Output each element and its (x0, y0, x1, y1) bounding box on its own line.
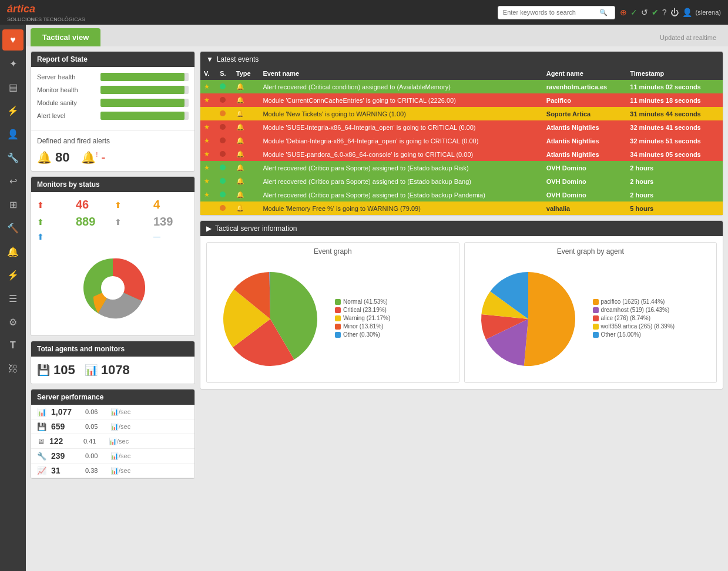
cell-s (216, 174, 233, 188)
topbar-right: 🔍 ⊕ ✓ ↺ ✔ ? ⏻ 👤 (slerena) (498, 6, 721, 19)
legend-label: Warning (21.17%) (343, 315, 390, 321)
perf-rate-0: 0.06 (85, 408, 106, 415)
cell-type: 🔔 (233, 161, 260, 174)
sidebar-item-users[interactable]: 👤 (2, 123, 24, 145)
legend-label: pacifico (1625) (51.44%) (601, 298, 665, 305)
perf-rate-4: 0.38 (85, 467, 106, 474)
perf-icon-2: 🖥 (37, 437, 45, 446)
cell-v: ★ (200, 188, 216, 201)
legend-color (335, 315, 341, 321)
server-health-label: Server health (37, 73, 96, 80)
cell-agent: Atlantis Nightlies (543, 147, 627, 161)
cell-event: Module 'SUSE-pandora_6.0-x86_64-console'… (259, 147, 542, 161)
perf-icon-4: 📈 (37, 466, 46, 475)
cell-time: 5 hours (626, 201, 723, 215)
cell-type: 🔔 (233, 147, 260, 161)
cell-v: ★ (200, 120, 216, 134)
module-sanity-bar-bg (100, 99, 189, 107)
perf-row-1: 💾 659 0.05 📊/sec (31, 419, 194, 434)
left-panel: Report of State Server health Monitor he… (31, 51, 195, 566)
legend-color (335, 332, 341, 338)
topbar: ártica SOLUCIONES TECNOLÓGICAS 🔍 ⊕ ✓ ↺ ✔… (0, 0, 728, 25)
sidebar-item-reports[interactable]: ▤ (2, 76, 24, 98)
server-health-bar-bg (100, 73, 189, 81)
perf-row-0: 📊 1,077 0.06 📊/sec (31, 405, 194, 419)
search-input[interactable] (503, 9, 597, 16)
alert-level-bar-bg (100, 112, 189, 120)
tactical-server-header[interactable]: ▶ Tactical server information (200, 221, 723, 236)
perf-rate-3: 0.00 (85, 452, 106, 459)
sidebar-item-text[interactable]: T (2, 335, 24, 356)
legend-label: dreamhost (519) (16.43%) (601, 307, 670, 313)
sidebar-item-alerts[interactable]: ⚡ (2, 100, 24, 121)
power-icon[interactable]: ⏻ (670, 8, 679, 17)
col-agent: Agent name (543, 67, 627, 80)
sidebar-item-tactical[interactable]: ✦ (2, 53, 24, 74)
cell-s (216, 161, 233, 174)
refresh-icon[interactable]: ↺ (641, 8, 648, 17)
module-sanity-label: Module sanity (37, 99, 96, 106)
monitor-health-label: Monitor health (37, 86, 96, 93)
user-icon[interactable]: 👤 (682, 8, 692, 17)
search-icon: 🔍 (599, 9, 608, 16)
legend-label: Other (0.30%) (343, 331, 380, 338)
cell-event: Module 'Debian-Integria-x86_64-Integria_… (259, 134, 542, 147)
legend-color (593, 332, 599, 338)
performance-card: Server performance 📊 1,077 0.06 📊/sec 💾 … (31, 389, 195, 479)
sidebar-item-bell[interactable]: 🔔 (2, 241, 24, 262)
sidebar-item-list[interactable]: ☰ (2, 288, 24, 309)
graphs-row: Event graph Normal (41.53%)Critical (23.… (200, 236, 723, 389)
cell-agent: OVH Domino (543, 174, 627, 188)
perf-num-0: 1,077 (51, 407, 80, 417)
col-type: Type (233, 67, 260, 80)
cell-type: 🔔 (233, 174, 260, 188)
sidebar: ♥ ✦ ▤ ⚡ 👤 🔧 ↩ ⊞ 🔨 🔔 ⚡ ☰ ⚙ T ⛓ (0, 25, 26, 571)
sidebar-item-link[interactable]: ⛓ (2, 358, 24, 379)
totals-row: 💾 105 📊 1078 (31, 357, 194, 384)
col-event: Event name (259, 67, 542, 80)
check-icon[interactable]: ✓ (630, 8, 638, 17)
monitor-stat-minor-icon: ⬆ (115, 200, 150, 210)
monitors-header: Monitors by status (31, 177, 194, 192)
other-icon: ⬆ (37, 232, 44, 241)
content: Tactical view Updated at realtime Report… (26, 25, 728, 571)
alerts-section: Defined and fired alerts 🔔 80 🔔! - (31, 130, 194, 171)
legend-label: Minor (13.81%) (343, 323, 383, 330)
sidebar-item-wrench[interactable]: 🔨 (2, 217, 24, 239)
sidebar-item-health[interactable]: ♥ (2, 29, 24, 51)
cell-event: Alert recovered (Crítico para Soporte) a… (259, 161, 542, 174)
cell-time: 34 minutes 05 seconds (626, 147, 723, 161)
event-pie-svg (212, 260, 329, 378)
tab-tactical[interactable]: Tactical view (31, 28, 100, 46)
alerts-title: Defined and fired alerts (37, 137, 189, 145)
ok-icon[interactable]: ✔ (652, 8, 659, 17)
bell-defined-icon: 🔔 (37, 150, 52, 164)
totals-card: Total agents and monitors 💾 105 📊 1078 (31, 341, 195, 384)
monitors-count: 1078 (101, 362, 130, 378)
help-icon[interactable]: ⊕ (620, 8, 627, 17)
sidebar-item-screen[interactable]: ⊞ (2, 194, 24, 215)
perf-rate-1: 0.05 (85, 423, 106, 430)
perf-icon-0: 📊 (37, 408, 46, 417)
perf-unit-icon-1: 📊/sec (110, 423, 130, 431)
monitor-unknown-count: 139 (153, 215, 189, 229)
event-legend: Normal (41.53%)Critical (23.19%)Warning … (335, 298, 390, 340)
latest-events-title: Latest events (217, 55, 259, 63)
search-box[interactable]: 🔍 (498, 6, 615, 19)
sidebar-item-gear[interactable]: ⚙ (2, 311, 24, 332)
table-row: ★ 🔔 Module 'CurrentConnCacheEntries' is … (200, 93, 723, 107)
agents-icon: 💾 (37, 364, 50, 377)
perf-unit-icon-3: 📊/sec (110, 452, 130, 460)
svg-point-1 (101, 276, 125, 300)
sidebar-item-tools[interactable]: 🔧 (2, 147, 24, 168)
monitor-stat-critical-icon: ⬆ (37, 200, 72, 210)
latest-events-header[interactable]: ▼ Latest events (200, 52, 723, 67)
sidebar-item-undo[interactable]: ↩ (2, 170, 24, 192)
alert-fired: 🔔! - (81, 150, 105, 165)
question-icon[interactable]: ? (662, 8, 667, 17)
cell-v: ★ (200, 93, 216, 107)
sidebar-item-flash[interactable]: ⚡ (2, 264, 24, 286)
monitor-other-bar: — (153, 233, 189, 241)
cell-v: ★ (200, 147, 216, 161)
col-v: V. (200, 67, 216, 80)
